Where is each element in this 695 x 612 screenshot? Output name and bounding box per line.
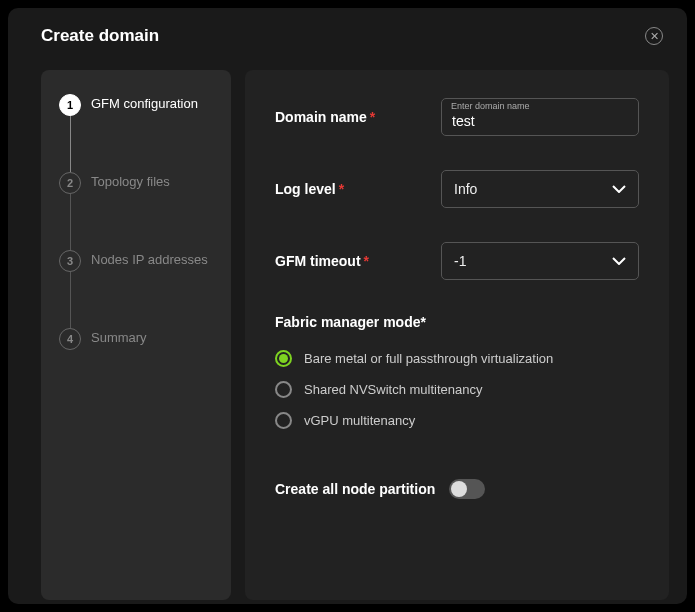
create-domain-modal: Create domain ✕ 1 GFM configuration 2 To…: [8, 8, 687, 604]
step-nodes-ip[interactable]: 3 Nodes IP addresses: [59, 250, 213, 272]
wizard-stepper: 1 GFM configuration 2 Topology files 3 N…: [41, 70, 231, 600]
required-asterisk: *: [370, 109, 375, 125]
step-label: Summary: [91, 328, 147, 347]
label-text: GFM timeout: [275, 253, 361, 269]
label-text: Fabric manager mode: [275, 314, 421, 330]
radio-vgpu[interactable]: vGPU multitenancy: [275, 412, 639, 429]
field-label: Log level*: [275, 181, 344, 197]
field-label: Domain name*: [275, 109, 375, 125]
radio-dot: [279, 354, 288, 363]
close-icon: ✕: [650, 31, 659, 42]
required-asterisk: *: [364, 253, 369, 269]
toggle-label: Create all node partition: [275, 481, 435, 497]
field-label: GFM timeout*: [275, 253, 369, 269]
fabric-mode-label: Fabric manager mode*: [275, 314, 639, 330]
radio-label: Bare metal or full passthrough virtualiz…: [304, 351, 553, 366]
radio-icon: [275, 412, 292, 429]
required-asterisk: *: [339, 181, 344, 197]
radio-icon: [275, 350, 292, 367]
step-summary[interactable]: 4 Summary: [59, 328, 213, 350]
close-button[interactable]: ✕: [645, 27, 663, 45]
field-gfm-timeout: GFM timeout* -1: [275, 242, 639, 280]
select-value: -1: [454, 253, 466, 269]
toggle-knob: [451, 481, 467, 497]
step-connector: [70, 194, 71, 250]
domain-name-input[interactable]: [441, 98, 639, 136]
step-number: 1: [59, 94, 81, 116]
radio-label: vGPU multitenancy: [304, 413, 415, 428]
radio-bare-metal[interactable]: Bare metal or full passthrough virtualiz…: [275, 350, 639, 367]
form-panel: Domain name* Enter domain name Log level…: [245, 70, 669, 600]
select-value: Info: [454, 181, 477, 197]
fabric-mode-radio-group: Bare metal or full passthrough virtualiz…: [275, 350, 639, 429]
field-log-level: Log level* Info: [275, 170, 639, 208]
step-connector: [70, 272, 71, 328]
input-wrap: Enter domain name: [441, 98, 639, 136]
label-text: Log level: [275, 181, 336, 197]
step-gfm-configuration[interactable]: 1 GFM configuration: [59, 94, 213, 116]
create-all-node-partition-toggle[interactable]: [449, 479, 485, 499]
step-label: GFM configuration: [91, 94, 198, 113]
log-level-select[interactable]: Info: [441, 170, 639, 208]
chevron-down-icon: [612, 185, 626, 193]
modal-header: Create domain ✕: [8, 8, 687, 56]
step-connector: [70, 116, 71, 172]
step-number: 2: [59, 172, 81, 194]
field-domain-name: Domain name* Enter domain name: [275, 98, 639, 136]
radio-shared-nvswitch[interactable]: Shared NVSwitch multitenancy: [275, 381, 639, 398]
chevron-down-icon: [612, 257, 626, 265]
step-label: Topology files: [91, 172, 170, 191]
step-label: Nodes IP addresses: [91, 250, 208, 269]
label-text: Domain name: [275, 109, 367, 125]
step-number: 4: [59, 328, 81, 350]
step-number: 3: [59, 250, 81, 272]
step-topology-files[interactable]: 2 Topology files: [59, 172, 213, 194]
modal-body: 1 GFM configuration 2 Topology files 3 N…: [8, 56, 687, 600]
radio-icon: [275, 381, 292, 398]
required-asterisk: *: [421, 314, 426, 330]
modal-title: Create domain: [41, 26, 159, 46]
field-create-all-node-partition: Create all node partition: [275, 479, 639, 499]
radio-label: Shared NVSwitch multitenancy: [304, 382, 482, 397]
gfm-timeout-select[interactable]: -1: [441, 242, 639, 280]
